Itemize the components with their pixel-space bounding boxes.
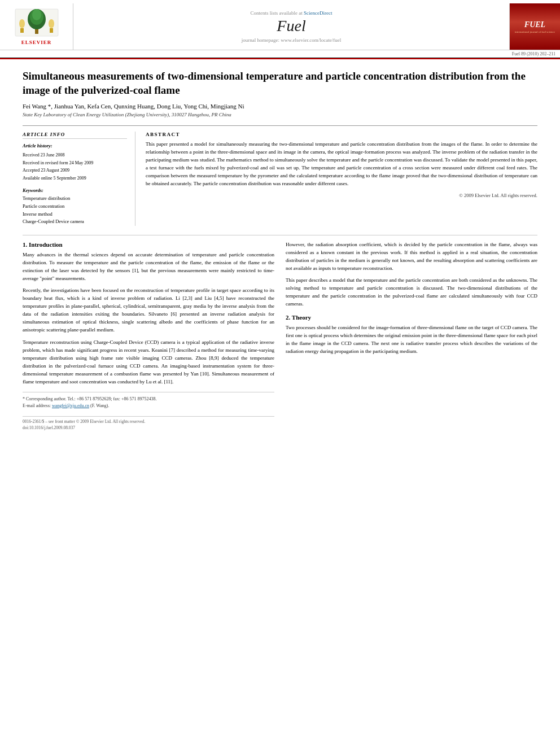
elsevier-label: ELSEVIER: [21, 40, 52, 45]
contents-available-text: Contents lists available at: [251, 10, 303, 16]
fuel-cover-subtitle: international journal of fuel science: [515, 30, 555, 33]
history-revised: Received in revised form 24 May 2009: [23, 160, 93, 165]
svg-point-6: [49, 19, 54, 28]
keyword-4: Charge-Coupled Device camera: [23, 218, 127, 226]
keywords-label: Keywords:: [23, 187, 127, 193]
footer-issn: 0016-2361/$ – see front matter © 2009 El…: [23, 419, 145, 424]
svg-point-5: [19, 19, 25, 28]
journal-homepage: journal homepage: www.elsevier.com/locat…: [242, 37, 341, 43]
abstract-text: This paper presented a model for simulta…: [146, 141, 537, 188]
article-meta-line: Fuel 89 (2010) 202–211: [0, 50, 560, 58]
history-online: Available online 5 September 2009: [23, 176, 86, 181]
section1-title: 1. Introduction: [23, 241, 274, 248]
copyright-line: © 2009 Elsevier Ltd. All rights reserved…: [146, 193, 537, 198]
article-history-section: Article history: Received 23 June 2008 R…: [23, 142, 127, 182]
abstract-column: ABSTRACT This paper presented a model fo…: [146, 132, 537, 225]
section2-heading: Theory: [292, 314, 311, 321]
coupled-word: Coupled: [110, 339, 128, 345]
footnote-section: * Corresponding author. Tel.: +86 571 87…: [23, 392, 274, 409]
section2-para1: Two processes should be considered for t…: [286, 324, 537, 356]
history-accepted: Accepted 23 August 2009: [23, 168, 69, 173]
history-label: Article history:: [23, 142, 127, 150]
section1-para2: Recently, the investigations have been f…: [23, 287, 274, 334]
article-title: Simultaneous measurements of two-dimensi…: [23, 69, 537, 97]
sciencedirect-line: Contents lists available at ScienceDirec…: [251, 10, 333, 16]
keyword-3: Inverse method: [23, 211, 127, 219]
header-top-row: ELSEVIER Contents lists available at Sci…: [0, 3, 560, 50]
fuel-cover-title: FUEL: [524, 20, 545, 29]
fuel-cover-image: FUEL international journal of fuel scien…: [509, 3, 560, 50]
section1-para1: Many advances in the thermal sciences de…: [23, 251, 274, 283]
elsevier-logo-area: ELSEVIER: [0, 3, 73, 50]
keyword-2: Particle concentration: [23, 203, 127, 211]
page-wrapper: ELSEVIER Contents lists available at Sci…: [0, 0, 560, 442]
body-two-col: 1. Introduction Many advances in the the…: [23, 241, 537, 430]
main-content: Simultaneous measurements of two-dimensi…: [0, 59, 560, 442]
email-label: E-mail address:: [23, 403, 52, 408]
body-col-left: 1. Introduction Many advances in the the…: [23, 241, 274, 430]
section2-number: 2.: [286, 314, 290, 321]
journal-header: ELSEVIER Contents lists available at Sci…: [0, 0, 560, 59]
affiliation-line: State Key Laboratory of Clean Energy Uti…: [23, 112, 537, 117]
keyword-1: Temperature distribution: [23, 195, 127, 203]
sciencedirect-link[interactable]: ScienceDirect: [304, 10, 332, 16]
section1-para5: This paper describes a model that the te…: [286, 277, 537, 308]
section1-para3: Temperature reconstruction using Charge-…: [23, 339, 274, 386]
email-link[interactable]: wangfei@zju.edu.cn: [52, 403, 89, 408]
article-info-column: ARTICLE INFO Article history: Received 2…: [23, 132, 135, 225]
section2-title: 2. Theory: [286, 314, 537, 321]
body-section: 1. Introduction Many advances in the the…: [23, 235, 537, 430]
footer-line: 0016-2361/$ – see front matter © 2009 El…: [23, 416, 274, 424]
elsevier-tree-icon: [14, 8, 59, 37]
section1-para4: However, the radiation absorption coeffi…: [286, 241, 537, 273]
history-received: Received 23 June 2008: [23, 152, 64, 158]
keywords-section: Keywords: Temperature distribution Parti…: [23, 187, 127, 225]
svg-rect-8: [50, 28, 53, 33]
footnote-email: E-mail address: wangfei@zju.edu.cn (F. W…: [23, 403, 274, 409]
footer-doi: doi:10.1016/j.fuel.2009.08.037: [23, 425, 274, 430]
journal-title: Fuel: [277, 17, 305, 35]
journal-info-center: Contents lists available at ScienceDirec…: [73, 3, 509, 50]
section1-heading: Introduction: [29, 241, 63, 248]
authors-line: Fei Wang *, Jianhua Yan, Kefa Cen, Qunxi…: [23, 103, 537, 110]
body-col-right: However, the radiation absorption coeffi…: [286, 241, 537, 430]
abstract-heading: ABSTRACT: [146, 132, 537, 137]
section1-number: 1.: [23, 241, 27, 248]
footnote-corresponding: * Corresponding author. Tel.: +86 571 87…: [23, 396, 274, 403]
email-name: (F. Wang).: [90, 403, 109, 408]
article-info-heading: ARTICLE INFO: [23, 132, 127, 139]
svg-rect-7: [20, 28, 24, 33]
article-info-abstract-section: ARTICLE INFO Article history: Received 2…: [23, 125, 537, 225]
svg-point-4: [32, 9, 41, 20]
